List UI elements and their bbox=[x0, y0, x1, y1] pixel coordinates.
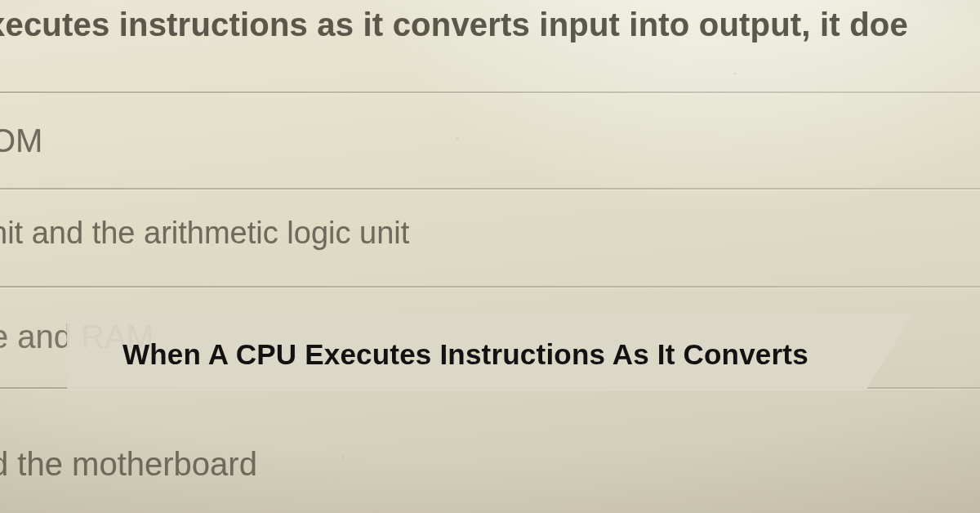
row-divider bbox=[0, 188, 980, 190]
quiz-question-text: xecutes instructions as it converts inpu… bbox=[0, 7, 980, 43]
overlay-banner: When A CPU Executes Instructions As It C… bbox=[67, 314, 913, 390]
banner-title: When A CPU Executes Instructions As It C… bbox=[67, 333, 808, 371]
row-divider bbox=[0, 286, 980, 288]
answer-row-d: d the motherboard bbox=[0, 387, 980, 513]
answer-row-b: nit and the arithmetic logic unit bbox=[0, 188, 980, 286]
answer-row-a: OM bbox=[0, 91, 980, 188]
answer-text-a: OM bbox=[0, 123, 42, 159]
row-divider bbox=[0, 91, 980, 93]
answer-text-d: d the motherboard bbox=[0, 446, 257, 483]
answer-text-b: nit and the arithmetic logic unit bbox=[0, 216, 409, 251]
